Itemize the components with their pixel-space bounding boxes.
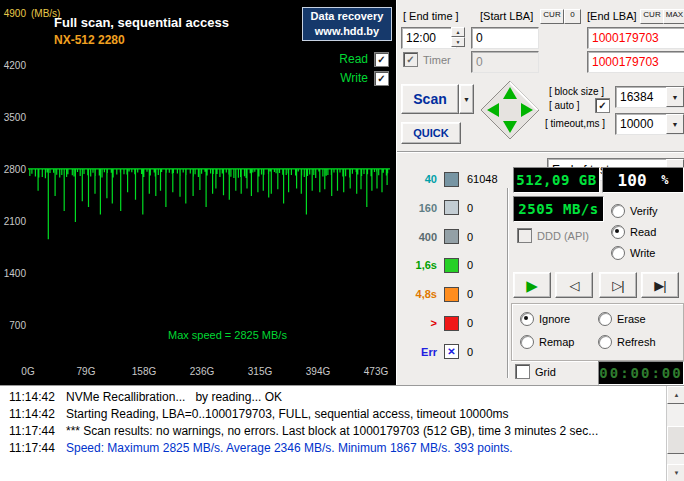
speed-line [28,169,390,239]
y-axis-label: 4200 [0,60,26,71]
end-time-spinner[interactable]: ▲ ▼ [451,27,465,47]
block-size-value: 16384 [616,87,666,107]
victoria-app-window: (MB/s) 490042003500280021001400700 0G79G… [0,0,684,481]
log-scrollbar[interactable]: ▲ ▼ [666,386,684,481]
scroll-up-button[interactable]: ▲ [667,386,684,404]
end-lba-input[interactable]: 1000179703 [587,27,684,49]
mode-verify-radio[interactable]: Verify [611,204,658,218]
speed-display: 2505 MB/s [513,196,604,222]
action-erase-label: Erase [617,313,646,325]
radio-icon [598,312,612,326]
log-message: *** Scan results: no warnings, no errors… [66,423,598,440]
y-axis-label: 2800 [0,164,26,175]
jog-pad[interactable] [479,79,541,141]
action-erase-radio[interactable]: Erase [598,312,646,326]
timer-start-field[interactable]: 0 [471,51,539,73]
end-time-label[interactable]: [ End time ] [403,10,459,22]
ddd-api-label: DDD (API) [537,230,589,242]
chevron-down-icon: ▼ [463,96,470,103]
auto-toggle[interactable]: ✓ [595,98,610,113]
start-lba-cur-button[interactable]: CUR [540,9,564,24]
read-graph-toggle[interactable]: Read ✓ [339,52,389,66]
block-size-select[interactable]: 16384 ▼ [615,86,684,108]
y-axis-label: 3500 [0,112,26,123]
start-lba-label[interactable]: [Start LBA] [480,10,533,22]
badge-line2: www.hdd.by [303,24,391,39]
y-axis-label: 4900 [0,8,26,19]
timeout-value: 10000 [616,114,666,134]
error-cross-icon: ✕ [444,344,459,359]
histogram-row: >0 [397,315,509,331]
x-axis-label: 158G [132,366,156,377]
step-back-icon: ◁ [570,279,579,292]
radio-selected-icon [611,225,625,239]
timer-toggle[interactable]: ✓ Timer [403,52,451,67]
end-lba-cur-button[interactable]: CUR [640,9,664,24]
quick-button[interactable]: QUICK [401,122,461,144]
radio-icon [611,246,625,260]
scrollbar-thumb[interactable] [667,426,684,454]
histogram-bucket-label: Err [397,346,437,358]
auto-checkbox[interactable]: ✓ [595,98,610,113]
action-remap-label: Remap [539,336,574,348]
x-axis-label: 394G [306,366,330,377]
histogram-count: 0 [467,202,473,214]
write-graph-label: Write [340,71,368,85]
step-back-button[interactable]: ◁ [555,272,593,298]
spinner-up-icon[interactable]: ▲ [451,27,465,37]
action-remap-radio[interactable]: Remap [520,335,574,349]
check-icon: ✓ [598,100,606,111]
max-speed-label: Max speed = 2825 MB/s [168,329,287,341]
end-lba-label[interactable]: [End LBA] [587,10,637,22]
write-graph-checkbox[interactable]: ✓ [374,71,389,86]
timer-label: Timer [423,54,451,66]
action-refresh-radio[interactable]: Refresh [598,335,656,349]
end-time-input[interactable]: 12:00 [401,27,457,49]
mode-read-radio[interactable]: Read [611,225,656,239]
histogram-count: 61048 [467,173,498,185]
x-axis-label: 473G [364,366,388,377]
grid-toggle[interactable]: Grid [515,364,556,379]
read-graph-checkbox[interactable]: ✓ [374,52,389,67]
radio-icon [611,204,625,218]
capacity-display: 512,09 GB [513,167,600,193]
panel-divider [397,151,684,153]
x-axis-label: 79G [77,366,96,377]
check-icon: ✓ [377,54,385,65]
end-lba-max-button[interactable]: MAX [663,9,684,24]
mode-write-radio[interactable]: Write [611,246,655,260]
auto-label: [ auto ] [549,100,580,111]
grid-checkbox[interactable] [515,364,530,379]
spinner-down-icon[interactable]: ▼ [451,37,465,47]
x-axis-label: 315G [248,366,272,377]
timer-end-field[interactable]: 1000179703 [587,51,684,73]
log-line: 11:17:44Speed: Maximum 2825 MB/s. Averag… [0,440,660,457]
x-axis-label: 236G [190,366,214,377]
histogram-bucket-label: 160 [397,202,437,214]
scroll-down-button[interactable]: ▼ [667,464,684,481]
write-graph-toggle[interactable]: Write ✓ [340,71,389,85]
scan-dropdown-button[interactable]: ▼ [459,84,474,114]
mode-read-label: Read [630,226,656,238]
seek-end-button[interactable]: ▶| [641,272,679,298]
action-ignore-radio[interactable]: Ignore [520,312,570,326]
seek-forward-button[interactable]: ▷| [599,272,637,298]
speed-graph-plot [0,0,396,385]
check-icon: ✓ [377,73,385,84]
chevron-down-icon[interactable]: ▼ [666,87,684,107]
scan-button[interactable]: Scan [401,84,459,114]
start-lba-zero-button[interactable]: 0 [564,9,581,24]
timer-checkbox[interactable]: ✓ [403,52,418,67]
log-timestamp: 11:14:42 [9,406,55,423]
ddd-api-toggle[interactable]: DDD (API) [517,228,589,243]
timeout-select[interactable]: 10000 ▼ [615,113,684,135]
start-scan-button[interactable]: ▶ [513,272,551,298]
histogram-bucket-label: 400 [397,231,437,243]
speed-graph: (MB/s) 490042003500280021001400700 0G79G… [0,0,396,385]
chevron-down-icon[interactable]: ▼ [666,114,684,134]
histogram-row: 1600 [397,200,509,216]
ddd-api-checkbox[interactable] [517,228,532,243]
histogram-bucket-label: 1,6s [397,259,437,271]
start-lba-input[interactable]: 0 [471,27,539,49]
histogram-count: 0 [467,259,473,271]
